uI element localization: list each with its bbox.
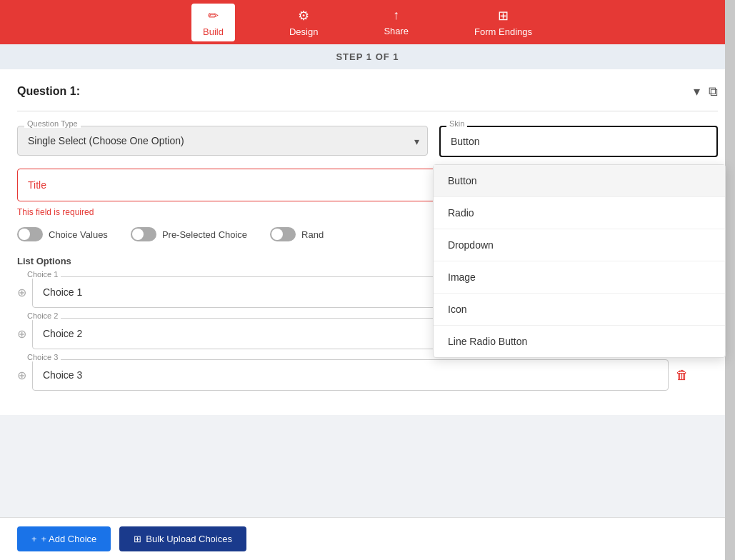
choice-2-label: Choice 2 [24, 311, 61, 320]
skin-option-radio[interactable]: Radio [434, 197, 725, 229]
choice-3-wrap: ⊕ 🗑 [17, 359, 689, 391]
duplicate-button[interactable]: ⧉ [709, 84, 718, 99]
nav-design-label: Design [289, 26, 318, 37]
choice-1-label: Choice 1 [24, 270, 61, 279]
question-type-select[interactable]: Single Select (Choose One Option) [17, 126, 428, 156]
skin-dropdown: Button Radio Dropdown Image Icon Line Ra… [433, 164, 726, 358]
add-choice-button[interactable]: + + Add Choice [17, 526, 111, 551]
nav-build-label: Build [203, 26, 224, 37]
question-label: Question 1: [17, 85, 80, 98]
question-type-skin-row: Question Type Single Select (Choose One … [17, 126, 718, 157]
skin-option-radio-label: Radio [448, 207, 474, 219]
choice-1-wrap: ⊕ [17, 276, 443, 308]
right-scrollbar [725, 0, 735, 560]
bulk-upload-label: Bulk Upload Choices [146, 534, 232, 544]
collapse-button[interactable]: ▾ [694, 84, 700, 99]
nav-form-endings[interactable]: ⊞ Form Endings [463, 4, 544, 41]
skin-input[interactable] [439, 126, 718, 157]
choice-3-label: Choice 3 [24, 353, 61, 361]
choice-3-delete-button[interactable]: 🗑 [676, 368, 689, 383]
nav-share-label: Share [384, 26, 409, 36]
toggle-pre-selected-switch[interactable] [131, 227, 156, 241]
toggle-random-label: Rand [301, 229, 324, 240]
build-icon: ✏ [208, 8, 219, 24]
bulk-upload-button[interactable]: ⊞ Bulk Upload Choices [119, 526, 246, 551]
top-nav: ✏ Build ⚙ Design ↑ Share ⊞ Form Endings [0, 0, 735, 44]
title-input[interactable] [17, 169, 443, 201]
skin-option-icon[interactable]: Icon [434, 294, 725, 326]
toggle-pre-selected-label: Pre-Selected Choice [162, 229, 247, 240]
toggle-random-switch[interactable] [270, 227, 296, 241]
question-type-wrap: Question Type Single Select (Choose One … [17, 126, 428, 157]
skin-option-image-label: Image [448, 271, 476, 283]
nav-design[interactable]: ⚙ Design [278, 4, 329, 41]
toggle-choice-values-label: Choice Values [49, 229, 108, 240]
design-icon: ⚙ [298, 8, 309, 24]
question-header: Question 1: ▾ ⧉ [17, 84, 718, 111]
toggle-choice-values: Choice Values [17, 227, 108, 241]
step-bar: STEP 1 OF 1 [0, 44, 735, 69]
choice-1-input[interactable] [32, 276, 443, 308]
add-choice-label: + Add Choice [41, 534, 97, 544]
choice-3-drag-handle-icon[interactable]: ⊕ [17, 369, 26, 382]
choice-3-input[interactable] [32, 359, 669, 391]
step-text: STEP 1 OF 1 [336, 51, 399, 62]
skin-option-line-radio-label: Line Radio Button [448, 336, 527, 347]
skin-option-line-radio[interactable]: Line Radio Button [434, 326, 725, 357]
choice-2-drag-handle-icon[interactable]: ⊕ [17, 327, 26, 341]
skin-label: Skin [446, 119, 467, 128]
choice-1-drag-handle-icon[interactable]: ⊕ [17, 286, 26, 299]
question-actions: ▾ ⧉ [694, 84, 718, 99]
skin-option-button[interactable]: Button [434, 165, 725, 197]
share-icon: ↑ [393, 8, 399, 23]
form-endings-icon: ⊞ [498, 8, 509, 24]
skin-option-dropdown[interactable]: Dropdown [434, 229, 725, 261]
toggle-pre-selected: Pre-Selected Choice [131, 227, 247, 241]
bottom-bar: + + Add Choice ⊞ Bulk Upload Choices [0, 517, 735, 560]
toggle-random: Rand [270, 227, 324, 241]
skin-option-icon-label: Icon [448, 304, 466, 315]
bulk-upload-icon: ⊞ [134, 534, 141, 544]
skin-option-button-label: Button [448, 175, 476, 186]
nav-form-endings-label: Form Endings [474, 26, 532, 37]
question-type-label: Question Type [24, 119, 81, 128]
add-choice-icon: + [31, 534, 37, 544]
skin-option-image[interactable]: Image [434, 261, 725, 294]
skin-wrap: Skin ← [439, 126, 718, 157]
toggle-choice-values-switch[interactable] [17, 227, 43, 241]
choice-1-item: Choice 1 ⊕ [17, 276, 443, 308]
choice-3-item: Choice 3 ⊕ 🗑 [17, 359, 689, 391]
skin-option-dropdown-label: Dropdown [448, 239, 494, 251]
nav-share[interactable]: ↑ Share [372, 4, 420, 41]
title-wrap [17, 169, 443, 204]
nav-build[interactable]: ✏ Build [191, 4, 235, 41]
